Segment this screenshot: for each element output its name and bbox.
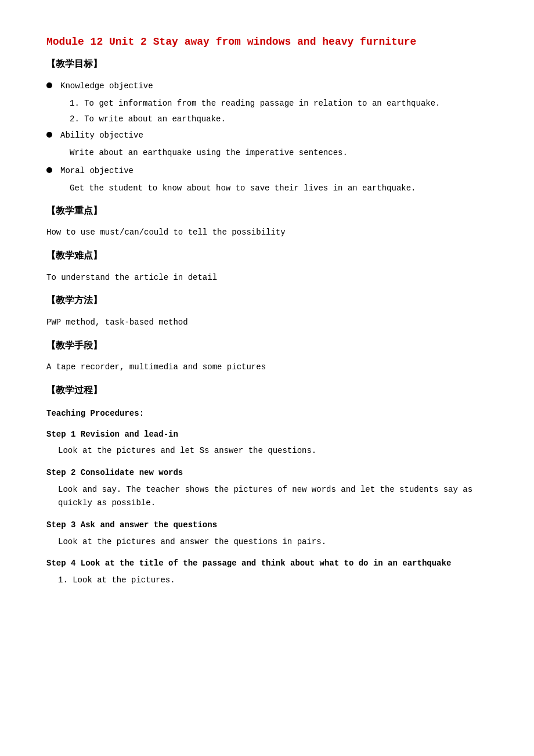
step-3-body: Look at the pictures and answer the ques… [58,535,488,549]
numbered-item-1: 1. Look at the pictures. [58,574,488,586]
knowledge-sub-item-1: 1. To get information from the reading p… [70,97,488,110]
moral-label: Moral objective [60,164,134,177]
teaching-tools-heading: 【教学手段】 [46,339,488,354]
teaching-key-content: How to use must/can/could to tell the po… [46,226,488,240]
section-teaching-tools: 【教学手段】 A tape recorder, multimedia and s… [46,339,488,375]
bullet-item-moral: Moral objective [46,164,488,177]
section-teaching-difficult: 【教学难点】 To understand the article in deta… [46,249,488,285]
teaching-process-heading: 【教学过程】 [46,384,488,399]
step-1-heading: Step 1 Revision and lead-in [46,428,488,441]
knowledge-label: Knowledge objective [60,80,153,92]
page-title: Module 12 Unit 2 Stay away from windows … [46,35,488,49]
bullet-item-ability: Ability objective [46,129,488,142]
section-teaching-key: 【教学重点】 How to use must/can/could to tell… [46,204,488,240]
step-1-body: Look at the pictures and let Ss answer t… [58,444,488,458]
step-2-body: Look and say. The teacher shows the pict… [58,483,488,511]
teaching-tools-content: A tape recorder, multimedia and some pic… [46,361,488,375]
bullet-dot-moral [46,167,52,173]
teaching-goals-heading: 【教学目标】 [46,57,488,73]
step-4-heading: Step 4 Look at the title of the passage … [46,557,488,570]
ability-detail: Write about an earthquake using the impe… [70,146,488,159]
step-3-heading: Step 3 Ask and answer the questions [46,519,488,531]
bullet-dot-knowledge [46,82,52,88]
teaching-method-content: PWP method, task-based method [46,316,488,330]
section-teaching-goals: 【教学目标】 Knowledge objective 1. To get inf… [46,57,488,195]
bullet-dot-ability [46,132,52,138]
teaching-procedures-label: Teaching Procedures: [46,407,488,420]
teaching-difficult-heading: 【教学难点】 [46,249,488,264]
moral-detail: Get the student to know about how to sav… [70,182,488,195]
section-teaching-method: 【教学方法】 PWP method, task-based method [46,294,488,329]
knowledge-sub-item-2: 2. To write about an earthquake. [70,113,488,125]
teaching-key-heading: 【教学重点】 [46,204,488,219]
knowledge-sub-list: 1. To get information from the reading p… [70,97,488,125]
teaching-method-heading: 【教学方法】 [46,294,488,309]
teaching-difficult-content: To understand the article in detail [46,271,488,285]
step-2-heading: Step 2 Consolidate new words [46,466,488,479]
bullet-item-knowledge: Knowledge objective [46,80,488,92]
ability-label: Ability objective [60,129,143,142]
section-teaching-process: 【教学过程】 Teaching Procedures: Step 1 Revis… [46,384,488,586]
